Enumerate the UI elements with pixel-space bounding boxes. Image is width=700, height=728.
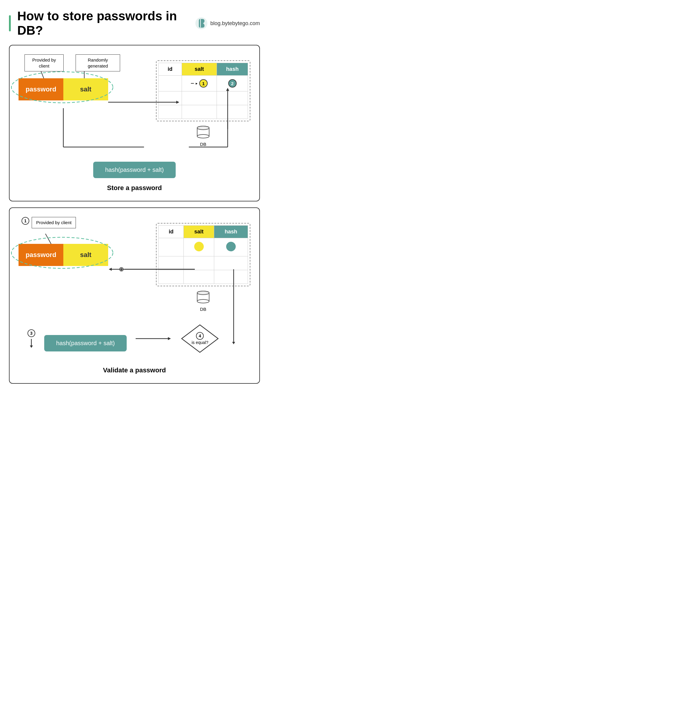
title-text: How to store passwords in DB?	[17, 9, 195, 38]
website-label: blog.bytebytego.com	[210, 20, 260, 27]
table-row-b2	[159, 256, 248, 270]
svg-point-6	[197, 134, 209, 138]
salt-circle-yellow	[194, 242, 204, 251]
password-box-bottom: password	[19, 244, 64, 266]
db-table: id salt hash ▶	[158, 63, 248, 119]
svg-point-20	[197, 299, 209, 303]
store-diagram-label: Store a password	[19, 184, 250, 192]
svg-point-21	[197, 291, 209, 295]
hash-circle-teal	[226, 242, 236, 251]
hash-to-diamond-arrow-svg	[136, 334, 172, 343]
logo-area: blog.bytebytego.com	[195, 17, 260, 30]
step2-circle: 2	[228, 79, 237, 88]
hash-box-bottom: hash(password + salt)	[44, 335, 127, 351]
svg-line-16	[45, 234, 51, 244]
hash-box-top: hash(password + salt)	[93, 162, 176, 178]
db-icon-bottom: DB	[194, 289, 212, 312]
step1-badge-bottom: 1	[22, 217, 29, 225]
svg-marker-25	[168, 337, 171, 340]
db-label-bottom: DB	[200, 307, 206, 312]
table-row-2	[159, 91, 248, 105]
diamond-shape: 4 is equal?	[180, 324, 219, 354]
page-header: How to store passwords in DB? blog.byteb…	[9, 9, 260, 38]
col-salt: salt	[182, 63, 217, 76]
page-title: How to store passwords in DB?	[9, 9, 195, 38]
validate-diagram-label: Validate a password	[19, 366, 250, 374]
db-table-wrapper: id salt hash ▶	[156, 61, 250, 121]
col-salt-b: salt	[184, 225, 214, 238]
salt-box-bottom: salt	[64, 244, 108, 266]
table-row-b1	[159, 238, 248, 256]
table-row-1: ▶ 1 2	[159, 76, 248, 91]
validate-password-diagram: 1 Provided by client passwor	[9, 207, 260, 384]
db-label: DB	[200, 142, 206, 147]
is-equal-label: is equal?	[192, 340, 208, 345]
db-table-bottom: id salt hash	[158, 225, 248, 284]
title-accent-bar	[9, 15, 11, 31]
step1-circle: 1	[199, 79, 208, 88]
svg-point-7	[197, 126, 209, 130]
col-hash: hash	[217, 63, 248, 76]
callout-provided-by-client: Provided by client	[25, 54, 64, 71]
col-id-b: id	[159, 225, 184, 238]
password-salt-boxes: password salt	[19, 78, 108, 100]
store-password-diagram: Provided by client Randomly generated	[9, 45, 260, 201]
col-hash-b: hash	[214, 225, 248, 238]
db-icon: DB	[194, 124, 212, 147]
table-row-b3	[159, 270, 248, 284]
db-table-wrapper-bottom: id salt hash	[156, 223, 250, 286]
db-cylinder-svg	[194, 124, 212, 142]
step3-badge: 3	[27, 329, 35, 337]
db-cylinder-svg-bottom	[194, 289, 212, 307]
callout-provided-by-client-bottom: Provided by client	[32, 217, 76, 228]
step3-arrow-svg	[28, 339, 35, 348]
callout-randomly-generated: Randomly generated	[76, 54, 120, 71]
password-box: password	[19, 78, 64, 100]
salt-box: salt	[64, 78, 108, 100]
svg-marker-23	[30, 345, 33, 348]
bytebytego-logo-icon	[195, 17, 208, 30]
step4-badge: 4	[196, 332, 204, 340]
table-row-3	[159, 105, 248, 119]
password-salt-boxes-bottom: password salt	[19, 244, 108, 266]
col-id: id	[159, 63, 182, 76]
